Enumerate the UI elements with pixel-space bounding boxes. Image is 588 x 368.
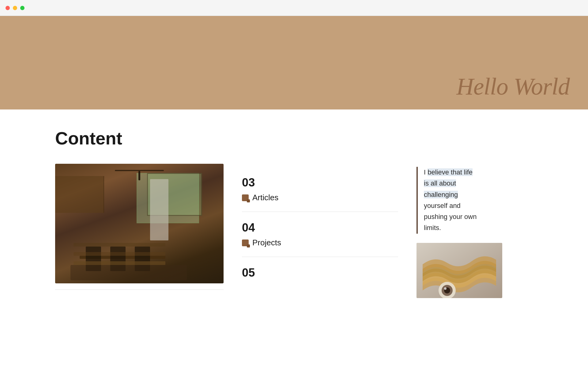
items-column: 03 Articles 04 Projects 05: [242, 164, 398, 292]
articles-icon: [242, 194, 249, 201]
content-grid: 03 Articles 04 Projects 05: [55, 164, 533, 298]
minimize-button[interactable]: [13, 6, 17, 10]
quote-block: I believe that life is all about challen…: [417, 167, 533, 234]
thumbnail-image: [417, 243, 502, 298]
hero-title: Hello World: [456, 73, 570, 100]
image-divider: [55, 289, 224, 290]
wavy-object-svg: [417, 243, 502, 298]
item-number-05: 05: [242, 266, 398, 279]
quote-highlight-1: believe that life: [428, 168, 473, 176]
main-image: [55, 164, 224, 283]
quote-highlight-2: is all about: [424, 179, 456, 187]
image-column: [55, 164, 224, 290]
kitchen-image: [55, 164, 224, 283]
hero-banner: Hello World: [0, 16, 588, 109]
close-button[interactable]: [6, 6, 10, 10]
svg-point-5: [444, 287, 447, 290]
thumbnail-scene: [417, 243, 502, 298]
maximize-button[interactable]: [20, 6, 24, 10]
item-articles: 03 Articles: [242, 167, 398, 212]
articles-label: Articles: [252, 193, 278, 202]
right-column: I believe that life is all about challen…: [417, 164, 533, 298]
titlebar: [0, 0, 588, 16]
section-title: Content: [55, 128, 533, 148]
quote-text: I believe that life is all about challen…: [424, 167, 533, 234]
projects-icon: [242, 240, 249, 246]
main-content: Content: [0, 109, 588, 323]
item-number-04: 04: [242, 221, 398, 234]
item-label-row-articles: Articles: [242, 193, 398, 202]
item-number-03: 03: [242, 176, 398, 189]
quote-highlight-3: challenging: [424, 191, 458, 198]
item-05: 05: [242, 257, 398, 292]
item-label-row-projects: Projects: [242, 238, 398, 247]
item-projects: 04 Projects: [242, 212, 398, 257]
projects-label: Projects: [252, 238, 281, 247]
